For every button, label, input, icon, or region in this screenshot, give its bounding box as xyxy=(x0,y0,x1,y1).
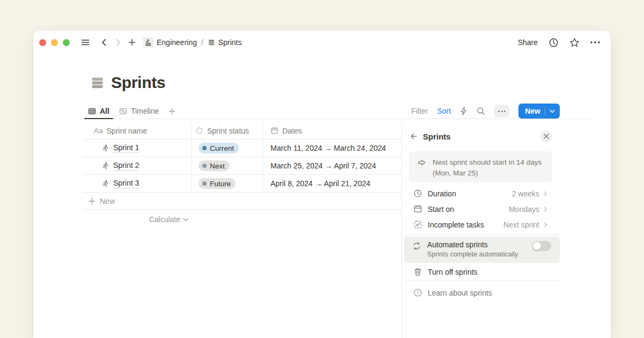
sprint-name-link[interactable]: Sprint 3 xyxy=(113,179,139,188)
chevron-down-icon xyxy=(183,218,188,222)
page-title: Sprints xyxy=(111,74,165,92)
minimize-window-button[interactable] xyxy=(51,39,58,46)
automated-sprints-toggle[interactable] xyxy=(532,241,551,251)
page-database-icon xyxy=(90,76,105,90)
sprint-status-cell[interactable]: Current xyxy=(192,139,263,157)
sprint-name-link[interactable]: Sprint 1 xyxy=(113,143,139,153)
sort-button[interactable]: Sort xyxy=(437,107,451,115)
setting-incomplete-tasks[interactable]: Incomplete tasks Next sprint xyxy=(409,217,549,232)
breadcrumb-workspace[interactable]: Engineering xyxy=(157,38,197,47)
table-view-icon xyxy=(88,107,96,115)
status-dot xyxy=(202,164,207,168)
tab-all[interactable]: All xyxy=(83,104,114,119)
setting-start-on[interactable]: Start on Mondays xyxy=(409,201,549,217)
runner-icon xyxy=(101,144,109,152)
sprint-name-cell[interactable]: Sprint 3 xyxy=(83,175,192,192)
dates-cell[interactable]: March 11, 2024 → March 24, 2024 xyxy=(263,144,401,152)
runner-icon xyxy=(101,161,109,170)
app-window: Engineering / Sprints Share Sprints xyxy=(33,31,611,338)
status-type-icon xyxy=(195,127,203,135)
sprints-table: Aa Sprint name Sprint status Dates xyxy=(83,122,401,210)
forward-icon[interactable] xyxy=(114,38,122,47)
runner-icon xyxy=(101,179,109,188)
close-window-button[interactable] xyxy=(39,39,46,46)
learn-about-sprints-link[interactable]: ? Learn about sprints xyxy=(409,285,549,300)
automated-sprints-description: Sprints complete automatically xyxy=(427,251,518,258)
view-tabs: All Timeline xyxy=(83,104,180,119)
turn-off-sprints-button[interactable]: Turn off sprints xyxy=(409,263,549,281)
add-view-button[interactable] xyxy=(164,104,180,119)
share-button[interactable]: Share xyxy=(518,38,538,47)
status-dot xyxy=(202,181,207,186)
sprint-name-cell[interactable]: Sprint 2 xyxy=(83,157,192,174)
automated-sprints-row[interactable]: Automated sprints Sprints complete autom… xyxy=(404,237,560,263)
sprint-status-cell[interactable]: Future xyxy=(192,175,263,192)
status-dot xyxy=(202,146,207,150)
sprint-name-cell[interactable]: Sprint 1 xyxy=(83,139,192,157)
panel-divider xyxy=(401,122,402,338)
database-icon xyxy=(208,39,215,46)
timeline-view-icon xyxy=(119,107,127,115)
dates-cell[interactable]: April 8, 2024 → April 21, 2024 xyxy=(263,179,401,188)
history-clock-icon[interactable] xyxy=(548,38,559,48)
zoom-window-button[interactable] xyxy=(63,39,70,46)
favorite-star-icon[interactable] xyxy=(569,38,580,48)
sprint-status-cell[interactable]: Next xyxy=(192,157,263,174)
toolbar-controls: Filter Sort New xyxy=(411,104,560,119)
page-header: Sprints xyxy=(90,74,165,92)
automations-lightning-icon[interactable] xyxy=(460,107,467,115)
panel-header: Sprints xyxy=(409,129,552,144)
titlebar-actions: Share xyxy=(518,38,600,48)
view-toolbar: All Timeline Filter Sort New xyxy=(80,104,590,119)
more-options-icon[interactable] xyxy=(590,41,600,43)
table-row: Sprint 1 Current March 11, 2024 → March … xyxy=(83,139,401,157)
text-type-icon: Aa xyxy=(94,127,103,135)
sidebar-menu-icon[interactable] xyxy=(80,38,90,47)
setting-duration[interactable]: Duration 2 weeks xyxy=(409,186,549,201)
trash-icon xyxy=(413,267,422,276)
column-header-dates[interactable]: Dates xyxy=(263,127,401,135)
loop-arrows-icon xyxy=(412,241,421,251)
svg-text:?: ? xyxy=(416,290,419,296)
status-pill[interactable]: Next xyxy=(199,160,230,171)
filter-button[interactable]: Filter xyxy=(411,107,428,115)
question-circle-icon: ? xyxy=(413,288,422,297)
clock-icon xyxy=(413,189,422,198)
panel-section-divider xyxy=(404,234,560,235)
add-row-button[interactable]: New xyxy=(83,193,401,210)
table-row: Sprint 3 Future April 8, 2024 → April 21… xyxy=(83,175,401,193)
dates-cell[interactable]: March 25, 2024 → April 7, 2024 xyxy=(263,161,401,170)
calculate-button[interactable]: Calculate xyxy=(83,215,188,224)
back-icon[interactable] xyxy=(100,38,108,47)
chevron-right-icon xyxy=(541,190,549,197)
automated-sprints-label: Automated sprints xyxy=(427,240,488,249)
chevron-right-icon xyxy=(541,221,549,229)
new-page-icon[interactable] xyxy=(128,38,136,47)
column-header-sprint-status[interactable]: Sprint status xyxy=(192,122,263,139)
panel-back-icon[interactable] xyxy=(409,132,418,141)
table-header-row: Aa Sprint name Sprint status Dates xyxy=(83,122,401,139)
tab-timeline[interactable]: Timeline xyxy=(114,104,164,119)
notice-text: Next sprint should start in 14 days (Mon… xyxy=(433,157,541,182)
table-row: Sprint 2 Next March 25, 2024 → April 7, … xyxy=(83,157,401,175)
status-pill[interactable]: Current xyxy=(199,143,239,153)
workspace-icon[interactable] xyxy=(143,37,153,48)
status-pill[interactable]: Future xyxy=(199,178,236,189)
panel-title: Sprints xyxy=(423,132,451,141)
column-header-sprint-name[interactable]: Aa Sprint name xyxy=(83,122,192,139)
calendar-type-icon xyxy=(270,127,279,135)
arrow-right-outline-icon xyxy=(417,158,427,182)
sprint-name-link[interactable]: Sprint 2 xyxy=(113,161,139,171)
checkbox-dashed-icon xyxy=(413,220,422,229)
breadcrumb: Engineering / Sprints xyxy=(143,37,241,48)
new-button[interactable]: New xyxy=(518,104,560,119)
chevron-right-icon xyxy=(541,205,549,213)
search-icon[interactable] xyxy=(477,107,485,115)
new-dropdown-chevron-icon[interactable] xyxy=(550,109,555,113)
panel-close-button[interactable] xyxy=(540,130,552,142)
breadcrumb-page[interactable]: Sprints xyxy=(218,38,242,47)
next-sprint-notice: Next sprint should start in 14 days (Mon… xyxy=(409,151,552,182)
traffic-lights xyxy=(39,39,70,46)
plus-icon xyxy=(88,197,96,205)
view-options-button[interactable] xyxy=(494,105,509,117)
